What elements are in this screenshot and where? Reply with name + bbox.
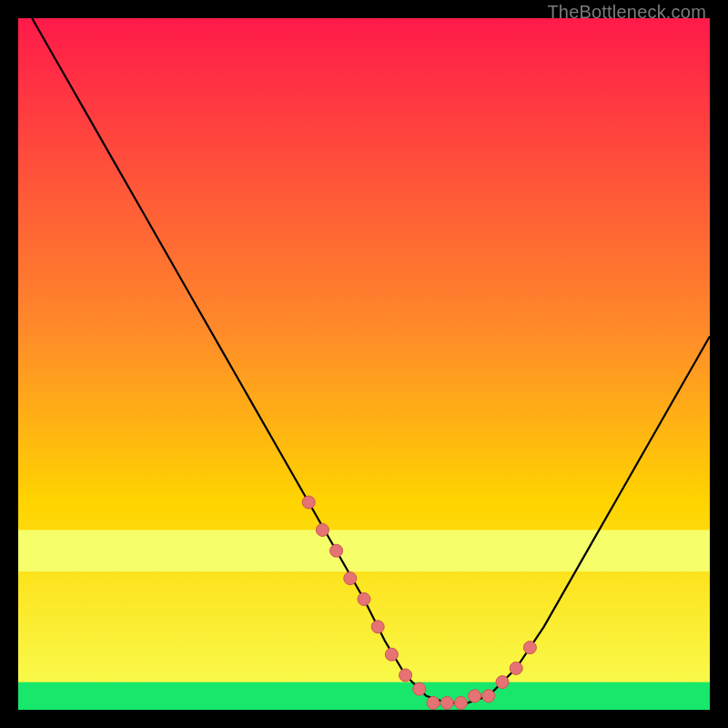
marker-point	[510, 662, 522, 674]
marker-point	[344, 572, 357, 585]
marker-point	[454, 696, 467, 709]
chart-frame	[18, 18, 710, 710]
marker-point	[496, 676, 509, 689]
gradient-background	[18, 18, 710, 710]
yellow-band	[18, 530, 710, 571]
chart-svg	[18, 18, 710, 710]
marker-point	[316, 523, 329, 536]
green-band	[18, 682, 710, 710]
marker-point	[399, 669, 412, 682]
marker-point	[385, 648, 398, 661]
marker-point	[358, 592, 370, 605]
marker-point	[440, 696, 453, 709]
marker-point	[482, 690, 495, 703]
marker-point	[413, 682, 426, 695]
marker-point	[371, 621, 384, 633]
marker-point	[427, 696, 440, 709]
marker-point	[302, 496, 315, 509]
marker-point	[469, 690, 481, 703]
marker-point	[330, 544, 343, 557]
marker-point	[523, 642, 536, 654]
